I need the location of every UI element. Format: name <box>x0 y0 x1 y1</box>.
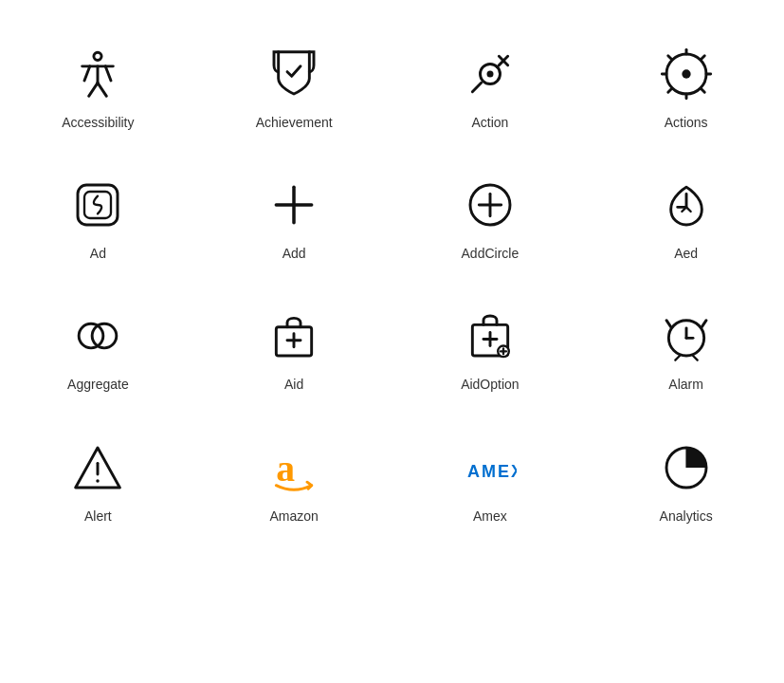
ad-icon <box>71 178 124 231</box>
add-icon <box>267 178 320 231</box>
amex-cell: AMEX Amex <box>392 413 589 544</box>
accessibility-cell: Accessibility <box>0 19 196 150</box>
alarm-cell: Alarm <box>588 281 784 412</box>
alarm-label: Alarm <box>668 376 703 393</box>
alert-icon <box>71 441 124 494</box>
icon-grid: Accessibility Achievement <box>0 0 784 563</box>
aid-icon <box>267 309 320 362</box>
aidoption-label: AidOption <box>461 376 519 393</box>
aggregate-icon <box>71 309 124 362</box>
aidoption-icon <box>464 309 517 362</box>
action-cell: Action <box>392 19 589 150</box>
svg-text:a: a <box>276 448 295 489</box>
amazon-icon: a <box>267 441 320 494</box>
ad-label: Ad <box>90 245 106 262</box>
add-cell: Add <box>196 150 392 281</box>
action-label: Action <box>471 114 508 131</box>
actions-icon <box>660 47 713 101</box>
add-label: Add <box>283 245 306 262</box>
aid-cell: Aid <box>196 281 392 412</box>
alert-label: Alert <box>84 508 112 525</box>
svg-line-15 <box>667 89 671 93</box>
actions-label: Actions <box>665 114 708 131</box>
aggregate-label: Aggregate <box>67 376 129 393</box>
aed-cell: Aed <box>588 150 784 281</box>
svg-point-0 <box>94 52 101 60</box>
svg-line-12 <box>667 56 671 60</box>
analytics-label: Analytics <box>660 508 713 525</box>
aidoption-cell: AidOption <box>392 281 589 412</box>
alert-cell: Alert <box>0 413 196 544</box>
alarm-icon <box>660 309 713 362</box>
amex-icon: AMEX <box>464 441 517 494</box>
ad-cell: Ad <box>0 150 196 281</box>
amazon-cell: a Amazon <box>196 413 392 544</box>
addcircle-cell: AddCircle <box>392 150 589 281</box>
achievement-cell: Achievement <box>196 19 392 150</box>
addcircle-label: AddCircle <box>462 245 520 262</box>
achievement-label: Achievement <box>256 114 333 131</box>
action-icon <box>464 47 517 101</box>
analytics-icon <box>660 441 713 494</box>
aed-label: Aed <box>674 245 698 262</box>
accessibility-icon <box>71 47 124 101</box>
svg-point-16 <box>682 69 690 78</box>
actions-cell: Actions <box>588 19 784 150</box>
analytics-cell: Analytics <box>588 413 784 544</box>
aed-icon <box>660 178 713 231</box>
svg-line-14 <box>701 56 704 60</box>
aggregate-cell: Aggregate <box>0 281 196 412</box>
accessibility-label: Accessibility <box>62 114 134 131</box>
achievement-icon <box>267 47 320 101</box>
addcircle-icon <box>464 178 517 231</box>
svg-line-13 <box>701 89 704 93</box>
svg-point-39 <box>97 479 100 483</box>
svg-point-3 <box>486 71 493 78</box>
svg-text:AMEX: AMEX <box>467 462 517 481</box>
amazon-label: Amazon <box>269 508 318 525</box>
aid-label: Aid <box>284 376 303 393</box>
amex-label: Amex <box>473 508 507 525</box>
